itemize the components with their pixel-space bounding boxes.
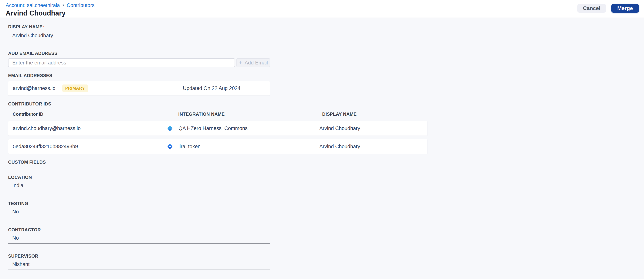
contractor-label: CONTRACTOR bbox=[8, 227, 41, 232]
add-email-field: ADD EMAIL ADDRESS + Add Email bbox=[8, 51, 644, 67]
integration-cell: jira_token bbox=[167, 143, 308, 150]
custom-field-supervisor: SUPERVISOR bbox=[8, 253, 644, 270]
add-email-row: + Add Email bbox=[8, 58, 644, 67]
jira-icon bbox=[167, 143, 173, 150]
email-input[interactable] bbox=[8, 58, 235, 67]
custom-fields-label: CUSTOM FIELDS bbox=[8, 160, 46, 165]
integration-name-value: QA HZero Harness_Commons bbox=[178, 126, 248, 131]
integration-name-value: jira_token bbox=[178, 144, 200, 150]
add-email-label: ADD EMAIL ADDRESS bbox=[8, 51, 58, 56]
column-header-integration-name: INTEGRATION NAME bbox=[166, 112, 308, 117]
supervisor-input[interactable] bbox=[8, 260, 270, 270]
header-actions: Cancel Merge bbox=[577, 4, 639, 13]
display-name-label: DISPLAY NAME bbox=[8, 24, 42, 29]
cancel-button[interactable]: Cancel bbox=[577, 4, 606, 13]
contributor-id-value: arvind.choudhary@harness.io bbox=[13, 126, 167, 131]
code-integration-icon: </> bbox=[167, 125, 173, 132]
email-updated-on: Updated On 22 Aug 2024 bbox=[183, 85, 240, 91]
add-email-button-label: Add Email bbox=[244, 60, 268, 66]
email-address-value: arvind@harness.io bbox=[13, 85, 56, 91]
testing-label: TESTING bbox=[8, 201, 28, 206]
contributor-ids-label: CONTRIBUTOR IDS bbox=[8, 101, 51, 106]
breadcrumb-account-link[interactable]: Account: sai.cheethirala bbox=[6, 3, 60, 8]
breadcrumb-contributors-link[interactable]: Contributors bbox=[67, 3, 94, 8]
custom-field-contractor: CONTRACTOR bbox=[8, 227, 644, 244]
required-asterisk: * bbox=[43, 24, 45, 30]
primary-badge: PRIMARY bbox=[62, 85, 88, 92]
contributor-ids-header-row: Contributor ID INTEGRATION NAME DISPLAY … bbox=[8, 112, 428, 117]
custom-fields-section: CUSTOM FIELDS bbox=[8, 160, 644, 165]
contributor-ids-section: CONTRIBUTOR IDS Contributor ID INTEGRATI… bbox=[8, 101, 644, 154]
display-name-field: DISPLAY NAME* bbox=[8, 24, 644, 41]
contributor-id-value: 5eda80244ff3210b882493b9 bbox=[13, 144, 167, 150]
email-addresses-section: EMAIL ADDRESSES arvind@harness.io PRIMAR… bbox=[8, 73, 644, 96]
custom-field-location: LOCATION bbox=[8, 175, 644, 191]
plus-icon: + bbox=[239, 60, 242, 66]
breadcrumb: Account: sai.cheethirala › Contributors bbox=[6, 3, 644, 8]
integration-cell: </> QA HZero Harness_Commons bbox=[167, 125, 308, 132]
custom-field-testing: TESTING bbox=[8, 201, 644, 217]
contributor-form: DISPLAY NAME* ADD EMAIL ADDRESS + Add Em… bbox=[0, 18, 644, 279]
row-display-name-value: Arvind Choudhary bbox=[308, 144, 427, 150]
supervisor-label: SUPERVISOR bbox=[8, 253, 38, 258]
add-email-button[interactable]: + Add Email bbox=[236, 58, 270, 67]
email-address-card: arvind@harness.io PRIMARY Updated On 22 … bbox=[8, 81, 270, 96]
location-label: LOCATION bbox=[8, 175, 32, 180]
page-header: Account: sai.cheethirala › Contributors … bbox=[0, 0, 644, 18]
page-title: Arvind Choudhary bbox=[6, 9, 644, 17]
merge-button[interactable]: Merge bbox=[611, 4, 639, 13]
column-header-contributor-id: Contributor ID bbox=[13, 112, 166, 117]
contractor-input[interactable] bbox=[8, 234, 270, 244]
email-addresses-label: EMAIL ADDRESSES bbox=[8, 73, 52, 78]
svg-text:</>: </> bbox=[168, 127, 171, 129]
display-name-input[interactable] bbox=[8, 31, 270, 41]
row-display-name-value: Arvind Choudhary bbox=[308, 126, 427, 131]
breadcrumb-chevron-icon: › bbox=[62, 2, 64, 8]
location-input[interactable] bbox=[8, 181, 270, 191]
table-row: 5eda80244ff3210b882493b9 jira_token Arvi… bbox=[8, 139, 428, 154]
testing-input[interactable] bbox=[8, 207, 270, 217]
column-header-display-name: DISPLAY NAME bbox=[308, 112, 428, 117]
table-row: arvind.choudhary@harness.io </> QA HZero… bbox=[8, 121, 428, 136]
